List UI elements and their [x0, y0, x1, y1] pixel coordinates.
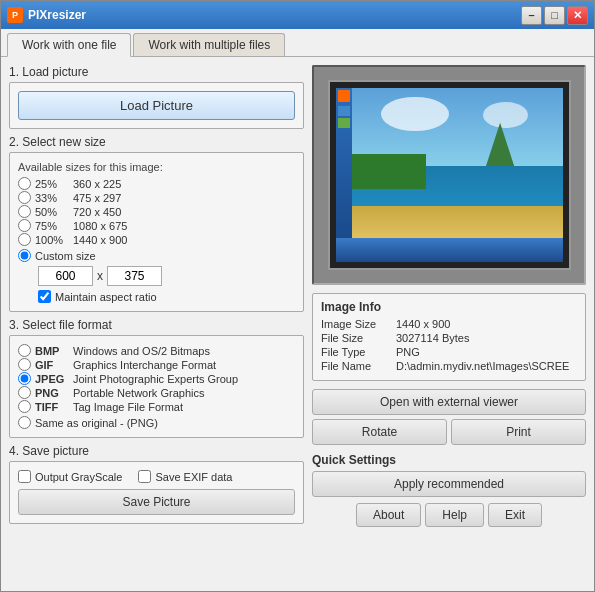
exif-checkbox[interactable]	[138, 470, 151, 483]
size-radio-25[interactable]	[18, 177, 31, 190]
grayscale-option: Output GrayScale	[18, 470, 122, 483]
format-desc-bmp: Windows and OS/2 Bitmaps	[73, 345, 210, 357]
custom-width-input[interactable]	[38, 266, 93, 286]
custom-size-row: Custom size	[18, 249, 295, 262]
exit-button[interactable]: Exit	[488, 503, 542, 527]
grayscale-label: Output GrayScale	[35, 471, 122, 483]
bottom-buttons: About Help Exit	[312, 503, 586, 527]
save-section: 4. Save picture Output GrayScale Save EX…	[9, 444, 304, 524]
maintain-aspect-label: Maintain aspect ratio	[55, 291, 157, 303]
info-filesize-val: 3027114 Bytes	[396, 332, 469, 344]
format-radio-png[interactable]	[18, 386, 31, 399]
format-radio-jpeg[interactable]	[18, 372, 31, 385]
size-section-box: Available sizes for this image: 25% 360 …	[9, 152, 304, 312]
window-title: PIXresizer	[28, 8, 521, 22]
format-section-label: 3. Select file format	[9, 318, 304, 332]
info-row-filetype: File Type PNG	[321, 346, 577, 358]
size-sublabel: Available sizes for this image:	[18, 161, 295, 173]
size-radio-75[interactable]	[18, 219, 31, 232]
format-name-gif: GIF	[35, 359, 73, 371]
image-info-title: Image Info	[321, 300, 577, 314]
load-section: 1. Load picture Load Picture	[9, 65, 304, 129]
about-button[interactable]: About	[356, 503, 421, 527]
info-row-filesize: File Size 3027114 Bytes	[321, 332, 577, 344]
format-row-tiff: TIFF Tag Image File Format	[18, 400, 295, 413]
action-buttons: Open with external viewer Rotate Print	[312, 389, 586, 445]
x-separator: x	[97, 269, 103, 283]
load-section-box: Load Picture	[9, 82, 304, 129]
format-row-jpeg: JPEG Joint Photographic Experts Group	[18, 372, 295, 385]
info-row-size: Image Size 1440 x 900	[321, 318, 577, 330]
monitor-frame	[328, 80, 571, 270]
info-size-key: Image Size	[321, 318, 396, 330]
format-name-png: PNG	[35, 387, 73, 399]
open-external-button[interactable]: Open with external viewer	[312, 389, 586, 415]
size-row-50: 50% 720 x 450	[18, 205, 295, 218]
screen-area	[336, 88, 563, 262]
size-dim-25: 360 x 225	[73, 178, 121, 190]
size-dim-100: 1440 x 900	[73, 234, 127, 246]
save-options-row: Output GrayScale Save EXIF data	[18, 470, 295, 483]
tab-single-file[interactable]: Work with one file	[7, 33, 131, 57]
minimize-button[interactable]: –	[521, 6, 542, 25]
save-picture-button[interactable]: Save Picture	[18, 489, 295, 515]
tab-bar: Work with one file Work with multiple fi…	[1, 29, 594, 57]
app-icon: P	[7, 7, 23, 23]
close-button[interactable]: ✕	[567, 6, 588, 25]
info-filetype-val: PNG	[396, 346, 420, 358]
format-name-jpeg: JPEG	[35, 373, 73, 385]
beach-area	[336, 206, 563, 237]
quick-settings-section: Quick Settings Apply recommended About H…	[312, 453, 586, 527]
size-row-100: 100% 1440 x 900	[18, 233, 295, 246]
size-section: 2. Select new size Available sizes for t…	[9, 135, 304, 312]
custom-inputs: x	[38, 266, 295, 286]
size-row-25: 25% 360 x 225	[18, 177, 295, 190]
maximize-button[interactable]: □	[544, 6, 565, 25]
size-pct-50: 50%	[35, 206, 73, 218]
format-name-bmp: BMP	[35, 345, 73, 357]
format-desc-jpeg: Joint Photographic Experts Group	[73, 373, 238, 385]
custom-height-input[interactable]	[107, 266, 162, 286]
rotate-button[interactable]: Rotate	[312, 419, 447, 445]
print-button[interactable]: Print	[451, 419, 586, 445]
size-row-75: 75% 1080 x 675	[18, 219, 295, 232]
window-controls: – □ ✕	[521, 6, 588, 25]
size-dim-50: 720 x 450	[73, 206, 121, 218]
format-row-bmp: BMP Windows and OS/2 Bitmaps	[18, 344, 295, 357]
sidebar-icon-1	[338, 90, 350, 102]
same-original-row: Same as original - (PNG)	[18, 416, 295, 429]
format-radio-same[interactable]	[18, 416, 31, 429]
info-filename-val: D:\admin.mydiv.net\Images\SCREE	[396, 360, 569, 372]
size-radio-100[interactable]	[18, 233, 31, 246]
grayscale-checkbox[interactable]	[18, 470, 31, 483]
format-section-box: BMP Windows and OS/2 Bitmaps GIF Graphic…	[9, 335, 304, 438]
format-radio-gif[interactable]	[18, 358, 31, 371]
format-radio-bmp[interactable]	[18, 344, 31, 357]
maintain-aspect-checkbox[interactable]	[38, 290, 51, 303]
rotate-print-row: Rotate Print	[312, 419, 586, 445]
left-panel: 1. Load picture Load Picture 2. Select n…	[9, 65, 304, 583]
same-original-label: Same as original - (PNG)	[35, 417, 158, 429]
right-panel: Image Info Image Size 1440 x 900 File Si…	[312, 65, 586, 583]
info-filesize-key: File Size	[321, 332, 396, 344]
custom-size-label: Custom size	[35, 250, 96, 262]
size-radio-custom[interactable]	[18, 249, 31, 262]
title-bar: P PIXresizer – □ ✕	[1, 1, 594, 29]
format-radio-tiff[interactable]	[18, 400, 31, 413]
size-pct-100: 100%	[35, 234, 73, 246]
help-button[interactable]: Help	[425, 503, 484, 527]
size-radio-50[interactable]	[18, 205, 31, 218]
format-row-png: PNG Portable Network Graphics	[18, 386, 295, 399]
size-row-33: 33% 475 x 297	[18, 191, 295, 204]
info-size-val: 1440 x 900	[396, 318, 450, 330]
info-filetype-key: File Type	[321, 346, 396, 358]
size-radio-33[interactable]	[18, 191, 31, 204]
load-picture-button[interactable]: Load Picture	[18, 91, 295, 120]
preview-container	[314, 67, 584, 283]
size-pct-75: 75%	[35, 220, 73, 232]
tab-multiple-files[interactable]: Work with multiple files	[133, 33, 285, 56]
aspect-ratio-row: Maintain aspect ratio	[38, 290, 295, 303]
apply-recommended-button[interactable]: Apply recommended	[312, 471, 586, 497]
info-row-filename: File Name D:\admin.mydiv.net\Images\SCRE…	[321, 360, 577, 372]
size-dim-75: 1080 x 675	[73, 220, 127, 232]
